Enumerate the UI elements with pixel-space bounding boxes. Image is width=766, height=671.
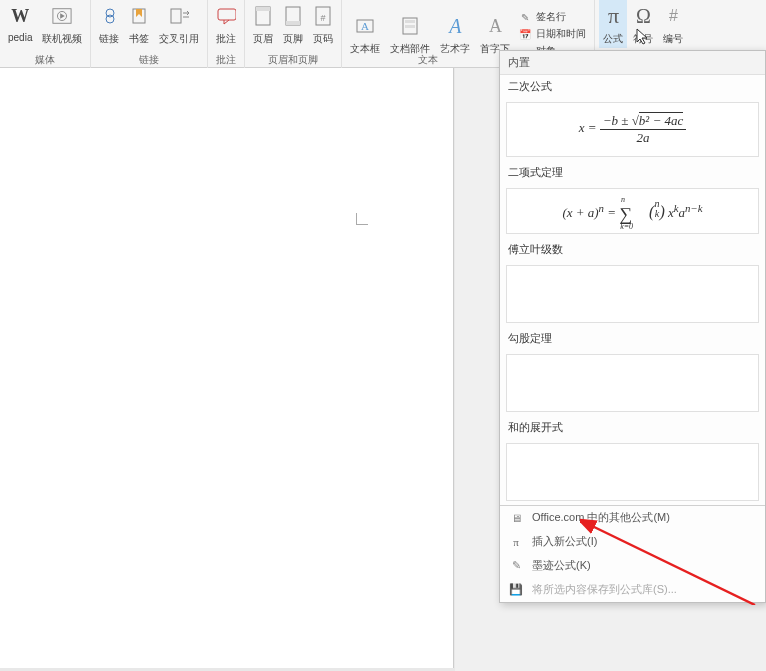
cross-reference-button[interactable]: 交叉引用 — [155, 0, 203, 48]
cross-ref-icon — [169, 2, 189, 30]
ribbon-group-links: 链接 书签 交叉引用 链接 — [91, 0, 208, 68]
fourier-formula-item[interactable] — [506, 265, 759, 323]
ribbon-label: 页码 — [313, 32, 333, 46]
sum-expansion-item[interactable] — [506, 443, 759, 501]
ribbon-label: 公式 — [603, 32, 623, 46]
online-video-button[interactable]: 联机视频 — [38, 0, 86, 48]
group-label: 媒体 — [0, 53, 90, 67]
svg-rect-17 — [405, 25, 415, 28]
header-icon — [253, 2, 273, 30]
ribbon-label: 页眉 — [253, 32, 273, 46]
ink-icon: ✎ — [508, 558, 524, 574]
gallery-title: 傅立叶级数 — [500, 238, 765, 261]
pi-icon: π — [508, 534, 524, 550]
menu-label: 墨迹公式(K) — [532, 558, 591, 573]
date-time-button[interactable]: 📅日期和时间 — [516, 26, 588, 42]
text-cursor — [356, 213, 368, 225]
svg-rect-5 — [171, 9, 181, 23]
quadratic-formula: x = −b ± √b² − 4ac2a — [579, 113, 687, 146]
group-label: 链接 — [91, 53, 207, 67]
ribbon-label: 签名行 — [536, 10, 566, 24]
menu-label: 插入新公式(I) — [532, 534, 597, 549]
equation-dropdown: 内置 二次公式 x = −b ± √b² − 4ac2a 二项式定理 (x + … — [499, 50, 766, 603]
quadratic-formula-item[interactable]: x = −b ± √b² − 4ac2a — [506, 102, 759, 157]
save-icon: 💾 — [508, 582, 524, 598]
ribbon-label: 编号 — [663, 32, 683, 46]
ribbon-label: 日期和时间 — [536, 27, 586, 41]
dropcap-icon: A — [485, 12, 505, 40]
svg-text:#: # — [321, 13, 326, 23]
gallery-quadratic: 二次公式 x = −b ± √b² − 4ac2a — [500, 75, 765, 157]
link-button[interactable]: 链接 — [95, 0, 123, 48]
page-number-icon: # — [313, 2, 333, 30]
binomial-formula: (x + a)n = ∑k=0n(nk) xkan−k — [562, 199, 702, 223]
signature-line-button[interactable]: ✎签名行 — [516, 9, 588, 25]
ribbon-group-media: W pedia 联机视频 媒体 — [0, 0, 91, 68]
ribbon-label: 页脚 — [283, 32, 303, 46]
svg-point-3 — [106, 15, 114, 23]
group-label: 批注 — [208, 53, 244, 67]
insert-new-equation[interactable]: π 插入新公式(I) — [500, 530, 765, 554]
wikipedia-button[interactable]: W pedia — [4, 0, 36, 48]
svg-rect-8 — [256, 7, 270, 11]
symbol-button[interactable]: Ω 符号 — [629, 0, 657, 48]
ribbon-label: 批注 — [216, 32, 236, 46]
pi-icon: π — [603, 2, 623, 30]
gallery-sum-expansion: 和的展开式 — [500, 416, 765, 501]
svg-rect-16 — [405, 20, 415, 23]
save-to-gallery: 💾 将所选内容保存到公式库(S)... — [500, 578, 765, 602]
textbox-button[interactable]: A 文本框 — [346, 10, 384, 58]
header-button[interactable]: 页眉 — [249, 0, 277, 48]
dropdown-header: 内置 — [500, 51, 765, 75]
link-icon — [99, 2, 119, 30]
gallery-title: 勾股定理 — [500, 327, 765, 350]
signature-icon: ✎ — [518, 10, 532, 24]
gallery-title: 二次公式 — [500, 75, 765, 98]
menu-label: 将所选内容保存到公式库(S)... — [532, 582, 677, 597]
footer-button[interactable]: 页脚 — [279, 0, 307, 48]
svg-rect-10 — [286, 21, 300, 25]
office-icon: 🖥 — [508, 510, 524, 526]
office-more-equations[interactable]: 🖥 Office.com 中的其他公式(M) — [500, 506, 765, 530]
ribbon-label: 书签 — [129, 32, 149, 46]
bookmark-button[interactable]: 书签 — [125, 0, 153, 48]
doc-parts-button[interactable]: 文档部件 — [386, 10, 434, 58]
textbox-icon: A — [355, 12, 375, 40]
omega-icon: Ω — [633, 2, 653, 30]
menu-label: Office.com 中的其他公式(M) — [532, 510, 670, 525]
calendar-icon: 📅 — [518, 27, 532, 41]
gallery-binomial: 二项式定理 (x + a)n = ∑k=0n(nk) xkan−k — [500, 161, 765, 234]
wikipedia-icon: W — [10, 2, 30, 30]
ribbon-label: 链接 — [99, 32, 119, 46]
video-icon — [52, 2, 72, 30]
number-icon: # — [663, 2, 683, 30]
pythagoras-formula-item[interactable] — [506, 354, 759, 412]
gallery-fourier: 傅立叶级数 — [500, 238, 765, 323]
ribbon-label: 联机视频 — [42, 32, 82, 46]
footer-icon — [283, 2, 303, 30]
page-number-button[interactable]: # 页码 — [309, 0, 337, 48]
number-button[interactable]: # 编号 — [659, 0, 687, 48]
ink-equation[interactable]: ✎ 墨迹公式(K) — [500, 554, 765, 578]
document-area — [0, 68, 455, 671]
gallery-title: 和的展开式 — [500, 416, 765, 439]
wordart-button[interactable]: A 艺术字 — [436, 10, 474, 58]
gallery-title: 二项式定理 — [500, 161, 765, 184]
bookmark-icon — [129, 2, 149, 30]
document-page[interactable] — [0, 68, 454, 668]
ribbon-label: 交叉引用 — [159, 32, 199, 46]
svg-rect-6 — [218, 9, 236, 20]
ribbon-label: 符号 — [633, 32, 653, 46]
doc-parts-icon — [400, 12, 420, 40]
wordart-icon: A — [445, 12, 465, 40]
comment-icon — [216, 2, 236, 30]
svg-text:A: A — [361, 20, 369, 32]
ribbon-group-comments: 批注 批注 — [208, 0, 245, 68]
comment-button[interactable]: 批注 — [212, 0, 240, 48]
binomial-formula-item[interactable]: (x + a)n = ∑k=0n(nk) xkan−k — [506, 188, 759, 234]
gallery-pythagoras: 勾股定理 — [500, 327, 765, 412]
ribbon-label: pedia — [8, 32, 32, 43]
equation-button[interactable]: π 公式 — [599, 0, 627, 48]
